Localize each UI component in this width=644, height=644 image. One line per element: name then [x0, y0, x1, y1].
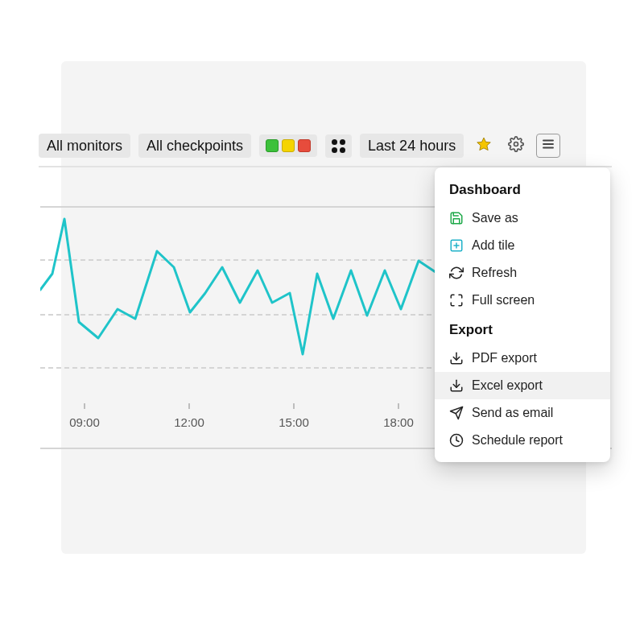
menu-item-label: Add tile [472, 238, 514, 253]
monitors-filter-chip[interactable]: All monitors [39, 134, 130, 158]
dropdown-dashboard-header: Dashboard [435, 179, 610, 204]
menu-item-label: Schedule report [472, 433, 563, 448]
x-tick-label: 09:00 [69, 415, 100, 429]
send-icon [449, 406, 464, 420]
status-red-icon [298, 139, 311, 152]
save-icon [449, 211, 464, 225]
menu-item-label: PDF export [472, 351, 537, 365]
settings-button[interactable] [504, 134, 528, 158]
refresh-icon [449, 266, 464, 280]
clock-icon [449, 433, 464, 448]
checkpoints-filter-chip[interactable]: All checkpoints [138, 134, 251, 158]
download-icon [449, 351, 464, 365]
menu-item-label: Refresh [472, 266, 517, 280]
add-tile-icon [449, 238, 464, 253]
hamburger-menu-button[interactable] [536, 134, 560, 158]
menu-item-label: Send as email [472, 406, 553, 420]
time-range-label: Last 24 hours [368, 138, 456, 153]
hamburger-icon [541, 137, 555, 155]
menu-item-save-as[interactable]: Save as [435, 204, 610, 232]
dropdown-export-header: Export [435, 314, 610, 345]
status-yellow-icon [282, 139, 295, 152]
menu-item-label: Excel export [472, 378, 543, 393]
status-green-icon [266, 139, 279, 152]
star-icon [476, 136, 492, 155]
favorite-button[interactable] [472, 134, 496, 158]
menu-item-schedule-report[interactable]: Schedule report [435, 427, 610, 454]
status-dots [266, 139, 311, 152]
grid-icon [332, 139, 345, 153]
time-range-chip[interactable]: Last 24 hours [360, 134, 464, 158]
menu-item-send-as-email[interactable]: Send as email [435, 399, 610, 427]
menu-item-full-screen[interactable]: Full screen [435, 287, 610, 314]
svg-point-0 [514, 142, 518, 147]
hamburger-dropdown: Dashboard Save asAdd tileRefreshFull scr… [435, 167, 610, 462]
monitors-filter-label: All monitors [47, 138, 122, 153]
fullscreen-icon [449, 293, 464, 308]
menu-item-refresh[interactable]: Refresh [435, 259, 610, 287]
menu-item-add-tile[interactable]: Add tile [435, 232, 610, 259]
menu-item-pdf-export[interactable]: PDF export [435, 345, 610, 372]
menu-item-label: Full screen [472, 293, 535, 308]
menu-item-excel-export[interactable]: Excel export [435, 372, 610, 399]
x-tick-label: 15:00 [279, 415, 309, 429]
download-icon [449, 378, 464, 393]
status-filter-chip[interactable] [259, 134, 317, 157]
menu-item-label: Save as [472, 211, 518, 225]
x-tick-label: 18:00 [383, 415, 414, 429]
toolbar: All monitors All checkpoints Last 24 hou… [39, 130, 612, 161]
checkpoints-filter-label: All checkpoints [147, 138, 243, 153]
x-tick-label: 12:00 [174, 415, 204, 429]
gear-icon [508, 136, 524, 155]
layout-grid-chip[interactable] [325, 134, 352, 158]
